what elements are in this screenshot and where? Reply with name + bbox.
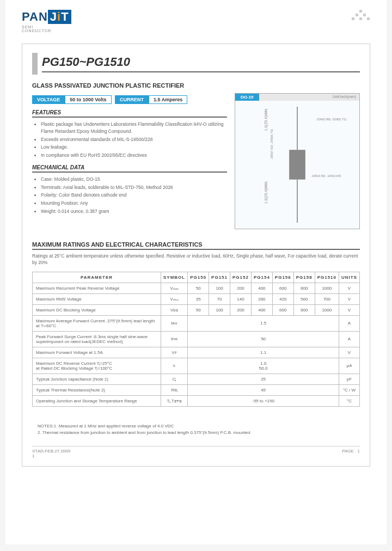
unit-cell: V — [339, 304, 360, 315]
param-cell: Maximum Recurrent Peak Reverse Voltage — [33, 283, 161, 293]
company-logo: PANJiT SEMI CONDUCTOR — [22, 10, 71, 33]
table-row: Maximum Average Forward Current .375"(9.… — [33, 315, 360, 331]
voltage-label-pill: VOLTAGE — [32, 95, 65, 104]
upper-columns: VOLTAGE50 to 1000 Volts CURRENT1.5 Amper… — [32, 93, 360, 229]
datasheet-page: PANJiT SEMI CONDUCTOR PG150~PG1510 GLASS… — [5, 0, 387, 544]
title-block: PG150~PG1510 — [32, 53, 360, 75]
table-row: Operating Junction and Storage Temperatu… — [33, 395, 360, 406]
svg-text:1.0(25.4)MIN.: 1.0(25.4)MIN. — [264, 181, 268, 204]
unit-cell: pF — [339, 374, 360, 384]
mechanical-list: Case: Molded plastic, DO-15Terminals: Ax… — [32, 176, 227, 215]
decorative-dots-icon — [352, 10, 370, 24]
table-header-row: PARAMETERSYMBOLPG150PG151PG152PG154PG156… — [33, 272, 360, 283]
table-row: Maximum RMS VoltageVᵣₘₛ35701402804205607… — [33, 293, 360, 304]
unit-cell: µA — [339, 358, 360, 374]
svg-text:.140(3.56)
.104(2.64): .140(3.56) .104(2.64) — [311, 174, 341, 177]
symbol-cell: Iᵣ — [161, 358, 187, 374]
param-cell: Typical Junction capacitance (Note 1) — [33, 374, 161, 384]
table-row: Maximum DC Reverse Current Tⱼ=25°C at Ra… — [33, 358, 360, 374]
value-cell: 200 — [230, 304, 252, 315]
features-list: Plastic package has Underwriters Laborat… — [32, 121, 227, 159]
table-row: Peak Forward Surge Current :8.3ms single… — [33, 331, 360, 347]
value-cell: 560 — [293, 293, 315, 304]
value-cell: 280 — [251, 293, 272, 304]
package-unit: Unit:inch(mm) — [259, 94, 359, 101]
features-header: FEATURES — [32, 109, 227, 118]
param-cell: Operating Junction and Storage Temperatu… — [33, 395, 161, 406]
value-cell: 200 — [230, 283, 252, 293]
table-header-cell: PG150 — [188, 272, 209, 283]
table-row: Typical Thermal Resistance(Note 2)Rθⱼ45°… — [33, 384, 360, 395]
list-item: Terminals: Axial leads, solderable to MI… — [41, 184, 227, 191]
value-cell: 800 — [293, 283, 315, 293]
unit-cell: V — [339, 347, 360, 358]
ratings-table: PARAMETERSYMBOLPG150PG151PG152PG154PG156… — [32, 272, 360, 407]
value-cell: 800 — [293, 304, 315, 315]
table-header-cell: PG154 — [251, 272, 272, 283]
footer-page: PAGE . 1 — [342, 449, 360, 454]
table-header-cell: PG152 — [230, 272, 252, 283]
list-item: Weight: 0.014 ounce, 0.387 gram — [41, 208, 227, 215]
svg-rect-1 — [356, 14, 358, 16]
value-cell: 70 — [209, 293, 230, 304]
value-cell: 100 — [209, 283, 230, 293]
param-cell: Maximum DC Blocking Voltage — [33, 304, 161, 315]
value-cell: 700 — [315, 293, 339, 304]
conditions-note: Ratings at 25°C ambient temperature unle… — [32, 253, 360, 266]
voltage-value: 50 to 1000 Volts — [65, 95, 111, 104]
table-row: Maximum Forward Voltage at 1.5AVꜰ1.1V — [33, 347, 360, 358]
package-name: DO-15 — [235, 94, 259, 101]
table-header-cell: PG158 — [293, 272, 315, 283]
logo-subtitle: SEMI CONDUCTOR — [22, 25, 71, 33]
logo-text-pan: PAN — [22, 10, 48, 23]
left-column: VOLTAGE50 to 1000 Volts CURRENT1.5 Amper… — [32, 93, 227, 229]
unit-cell: A — [339, 315, 360, 331]
value-cell: 1000 — [315, 283, 339, 293]
svg-text:1.0(25.4)MIN.: 1.0(25.4)MIN. — [264, 108, 268, 131]
param-cell: Maximum DC Reverse Current Tⱼ=25°C at Ra… — [33, 358, 161, 374]
package-outline-icon: 1.0(25.4)MIN. 1.0(25.4)MIN. .300(7.62) .… — [235, 101, 359, 226]
symbol-cell: Vᴅᴄ — [161, 304, 187, 315]
value-cell: 1.1 — [188, 347, 339, 358]
value-cell: 400 — [251, 304, 272, 315]
max-ratings-header: MAXIMUM RATINGS AND ELECTRICAL CHARACTER… — [32, 241, 360, 250]
current-label-pill: CURRENT — [115, 95, 149, 104]
value-cell: 1.5 — [188, 315, 339, 331]
list-item: Low leakage. — [41, 144, 227, 151]
unit-cell: °C / W — [339, 384, 360, 395]
param-cell: Maximum RMS Voltage — [33, 293, 161, 304]
unit-cell: V — [339, 293, 360, 304]
content-frame: PG150~PG1510 GLASS PASSIVATED JUNCTION P… — [22, 44, 370, 467]
list-item: Case: Molded plastic, DO-15 — [41, 176, 227, 183]
value-cell: 420 — [272, 293, 293, 304]
value-cell: 600 — [272, 283, 293, 293]
value-cell: 50 — [188, 283, 209, 293]
footer-page-small: 1 — [32, 454, 360, 458]
table-header-cell: UNITS — [339, 272, 360, 283]
table-header-cell: PG1510 — [315, 272, 339, 283]
unit-cell: A — [339, 331, 360, 347]
param-cell: Maximum Average Forward Current .375"(9.… — [33, 315, 161, 331]
list-item: Mounting Position: Any — [41, 200, 227, 207]
value-cell: -55 to +150 — [188, 395, 339, 406]
logo-text-j: J — [50, 10, 57, 23]
page-footer: STAD-FEB.27.2009 PAGE . 1 — [32, 446, 360, 454]
spec-pills: VOLTAGE50 to 1000 Volts CURRENT1.5 Amper… — [32, 95, 227, 104]
svg-rect-2 — [363, 14, 366, 16]
notes-section: NOTES:1. Measured at 1 MHz and applied r… — [32, 423, 360, 436]
list-item: Plastic package has Underwriters Laborat… — [41, 121, 227, 135]
package-drawing: DO-15 Unit:inch(mm) 1.0(25.4)MIN. 1.0(25… — [235, 93, 360, 229]
table-header-cell: SYMBOL — [161, 272, 187, 283]
table-row: Typical Junction capacitance (Note 1)Cⱼ2… — [33, 374, 360, 384]
table-header-cell: PG151 — [209, 272, 230, 283]
param-cell: Typical Thermal Resistance(Note 2) — [33, 384, 161, 395]
value-cell: 25 — [188, 374, 339, 384]
svg-rect-5 — [367, 17, 370, 20]
footer-date: STAD-FEB.27.2009 — [32, 449, 70, 454]
part-number-title: PG150~PG1510 — [42, 55, 360, 72]
value-cell: 35 — [188, 293, 209, 304]
product-subtitle: GLASS PASSIVATED JUNCTION PLASTIC RECTIF… — [32, 82, 360, 89]
value-cell: 50 — [188, 331, 339, 347]
package-column: DO-15 Unit:inch(mm) 1.0(25.4)MIN. 1.0(25… — [235, 93, 360, 229]
symbol-cell: Iᴀᴠ — [161, 315, 187, 331]
